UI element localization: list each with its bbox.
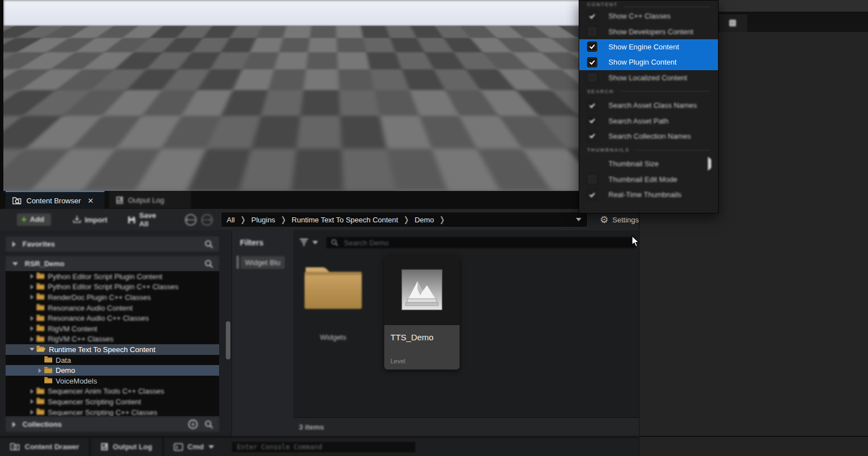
tree-item-label: RigVM C++ Classes [48,335,113,343]
breadcrumb-item-demo[interactable]: Demo [415,216,434,224]
right-panel-minimized-tab[interactable] [719,15,747,32]
tree-item-runtime-text-to-speech-content[interactable]: Runtime Text To Speech Content [6,344,219,355]
console-command-box[interactable] [231,441,416,453]
collapse-arrow-icon[interactable] [12,262,18,266]
tree-item-label: VoiceModels [56,377,97,385]
tree-item-python-editor-script-plugin-content[interactable]: Python Editor Script Plugin Content [6,271,219,282]
menu-item-search-asset-path[interactable]: Search Asset Path [579,113,718,128]
folder-icon [36,303,48,312]
navigate-forward-button[interactable]: ⟶ [201,214,213,226]
folder-icon [36,345,49,354]
expand-arrow-icon[interactable] [28,399,36,404]
checkbox-checked-icon[interactable] [587,57,597,67]
tree-item-sequencer-anim-tools-c-classes[interactable]: Sequencer Anim Tools C++ Classes [6,386,219,397]
cmd-selector[interactable]: Cmd [163,437,224,456]
expand-arrow-icon[interactable] [12,422,16,427]
settings-button[interactable]: ⚙ Settings [600,215,639,225]
filters-title: Filters [240,238,263,247]
menu-item-real-time-thumbnails[interactable]: Real-Time Thumbnails [579,187,718,202]
expand-arrow-icon[interactable] [28,336,36,342]
tab-output-log[interactable]: Output Log [109,191,191,209]
folder-tree: Python Editor Script Plugin ContentPytho… [6,271,219,416]
collapse-arrow-icon[interactable] [28,348,36,351]
tree-item-demo[interactable]: Demo [6,365,219,376]
expand-arrow-icon[interactable] [12,241,16,247]
tree-item-resonance-audio-c-classes[interactable]: Resonance Audio C++ Classes [6,313,219,323]
expand-arrow-icon[interactable] [28,284,36,290]
menu-item-show-engine-content[interactable]: Show Engine Content [579,39,718,54]
expand-arrow-icon[interactable] [36,368,44,373]
collections-section[interactable]: Collections + [6,417,219,432]
level-viewport[interactable]: Z Y X [0,0,642,191]
tree-item-python-editor-script-plugin-c-classes[interactable]: Python Editor Script Plugin C++ Classes [6,282,219,293]
expand-arrow-icon[interactable] [28,294,36,300]
asset-search-input[interactable] [343,238,631,248]
tree-item-voicemodels[interactable]: VoiceModels [6,376,219,386]
checkbox-checked-icon[interactable] [587,131,597,141]
import-button[interactable]: Import [72,215,107,224]
folder-icon [36,387,48,396]
console-command-input[interactable] [236,443,411,452]
checkbox-unchecked-icon[interactable] [587,26,597,37]
asset-tile-level[interactable]: TTS_Demo Level [384,254,460,370]
level-thumbnail [384,254,460,325]
search-icon[interactable] [204,420,213,429]
checkbox-checked-icon[interactable] [587,42,597,52]
expand-arrow-icon[interactable] [28,389,36,394]
filter-funnel-icon[interactable] [299,238,309,247]
filter-chevron-icon[interactable] [312,241,318,244]
tree-item-label: Demo [56,366,75,375]
search-icon[interactable] [204,259,213,268]
tree-item-data[interactable]: Data [6,355,219,366]
project-root-section[interactable]: RSR_Demo [6,256,219,271]
tree-item-rigvm-content[interactable]: RigVM Content [6,323,219,334]
menu-item-thumbnail-size[interactable]: Thumbnail Size [579,156,718,171]
output-log-button[interactable]: Output Log [90,437,162,456]
menu-item-show-c-classes[interactable]: Show C++ Classes [579,8,718,24]
search-icon[interactable] [204,240,213,249]
checkbox-checked-icon[interactable] [587,190,597,200]
navigate-back-button[interactable]: ⟵ [185,214,197,226]
menu-item-show-localized-content[interactable]: Show Localized Content [579,70,718,85]
breadcrumb-item-plugins[interactable]: Plugins [251,216,275,224]
checkbox-unchecked-icon[interactable] [587,72,597,83]
menu-item-search-collection-names[interactable]: Search Collection Names [579,129,718,144]
add-button[interactable]: + Add [17,213,51,226]
checkbox-unchecked-icon[interactable] [587,174,597,184]
breadcrumb-chevron-down-icon[interactable] [576,218,581,221]
asset-folder-widgets[interactable]: Widgets [302,263,364,341]
tab-content-browser[interactable]: Content Browser ✕ [6,191,104,209]
breadcrumb[interactable]: All❯Plugins❯Runtime Text To Speech Conte… [221,212,588,227]
tree-item-sequencer-scripting-c-classes[interactable]: Sequencer Scripting C++ Classes [6,407,219,416]
breadcrumb-item-runtime-text-to-speech-content[interactable]: Runtime Text To Speech Content [292,216,398,224]
menu-item-search-asset-class-names[interactable]: Search Asset Class Names [579,98,718,113]
checkbox-checked-icon[interactable] [587,11,597,21]
add-collection-icon[interactable]: + [188,419,198,429]
menu-item-thumbnail-edit-mode[interactable]: Thumbnail Edit Mode [579,172,718,187]
content-drawer-button[interactable]: Content Drawer [0,437,89,456]
breadcrumb-item-all[interactable]: All [227,216,235,224]
checkbox-checked-icon[interactable] [587,116,597,126]
expand-arrow-icon[interactable] [28,409,36,415]
expand-arrow-icon[interactable] [28,316,36,321]
filter-chip[interactable]: Widget Blu [237,256,285,269]
asset-search-box[interactable] [326,236,636,249]
tree-item-label: Data [56,356,71,364]
tree-item-resonance-audio-content[interactable]: Resonance Audio Content [6,303,219,313]
folder-icon [36,314,48,323]
expand-arrow-icon[interactable] [28,326,36,331]
tree-item-sequencer-scripting-content[interactable]: Sequencer Scripting Content [6,396,219,407]
tree-scrollbar[interactable] [226,321,230,359]
favorites-section[interactable]: Favorites [6,236,219,252]
tree-item-renderdoc-plugin-c-classes[interactable]: RenderDoc Plugin C++ Classes [6,292,219,303]
menu-item-show-plugin-content[interactable]: Show Plugin Content [579,54,718,70]
checkbox-checked-icon[interactable] [587,101,597,111]
expand-arrow-icon[interactable] [28,273,36,279]
save-all-button[interactable]: Save All [128,211,166,228]
menu-section-header-content: CONTENT [579,1,718,8]
menu-item-show-developers-content[interactable]: Show Developers Content [579,24,718,39]
folder-name-label: Widgets [302,333,364,341]
close-tab-icon[interactable]: ✕ [88,197,94,205]
menu-item-label: Show Developers Content [608,28,693,36]
tree-item-rigvm-c-classes[interactable]: RigVM C++ Classes [6,334,219,345]
